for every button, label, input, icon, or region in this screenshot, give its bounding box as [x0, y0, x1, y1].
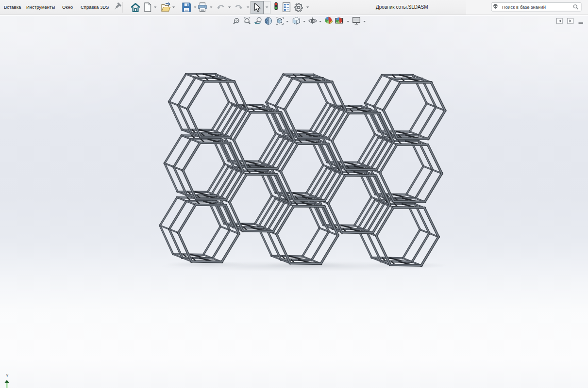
svg-text:Y: Y	[6, 373, 8, 378]
svg-text:Поиск в базе знаний: Поиск в базе знаний	[502, 4, 546, 10]
